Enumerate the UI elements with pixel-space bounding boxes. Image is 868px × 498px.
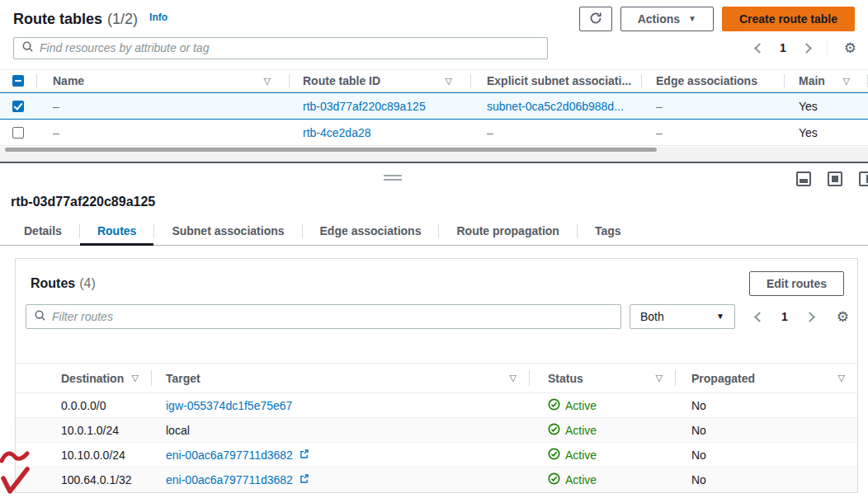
status-ok-icon — [548, 423, 560, 438]
settings-gear-icon[interactable]: ⚙ — [844, 41, 856, 55]
detail-tabs: Details Routes Subnet associations Edge … — [0, 218, 868, 246]
target-link[interactable]: igw-055374dc1f5e75e67 — [166, 399, 292, 412]
select-all-checkbox-indeterminate[interactable] — [12, 75, 24, 87]
route-table-id-link[interactable]: rtb-4ce2da28 — [303, 126, 371, 139]
route-tables-console: Route tables (1/2) Info Actions ▼ Create… — [0, 0, 868, 498]
previous-page-icon[interactable] — [754, 312, 765, 322]
destination-cell: 10.0.1.0/24 — [16, 424, 151, 437]
resource-search-box[interactable] — [13, 37, 548, 59]
panel-layout-right-icon[interactable] — [859, 171, 868, 186]
toolbar-row: 1 ⚙ — [13, 36, 856, 59]
table-row[interactable]: – rtb-4ce2da28 – – Yes — [0, 120, 868, 146]
tab-details[interactable]: Details — [7, 218, 79, 246]
refresh-button[interactable] — [579, 7, 612, 31]
edge-cell: – — [641, 100, 784, 113]
tab-route-propagation[interactable]: Route propagation — [439, 218, 576, 246]
status-ok-icon — [548, 398, 560, 413]
tab-tags[interactable]: Tags — [578, 218, 639, 246]
external-link-icon[interactable] — [299, 473, 309, 486]
column-header-propagated[interactable]: Propagated ▽ — [675, 364, 857, 392]
red-checkmark-annotation-icon — [1, 467, 31, 498]
route-scope-dropdown[interactable]: Both ▼ — [630, 304, 735, 329]
edit-routes-button[interactable]: Edit routes — [749, 271, 844, 296]
next-page-icon[interactable] — [801, 43, 812, 54]
routes-filter-row: Both ▼ 1 ⚙ — [26, 304, 849, 329]
main-cell: Yes — [784, 126, 868, 139]
status-text: Active — [565, 399, 597, 412]
tab-routes[interactable]: Routes — [80, 218, 153, 246]
column-header-name[interactable]: Name ▽ — [36, 70, 289, 92]
row-checkbox-unchecked[interactable] — [12, 127, 24, 139]
select-all-cell[interactable] — [0, 70, 36, 92]
panel-layout-center-icon[interactable] — [828, 171, 842, 186]
routes-card: Routes(4) Edit routes — [15, 258, 858, 493]
top-pagination: 1 ⚙ — [756, 39, 856, 57]
edge-cell: – — [641, 126, 784, 139]
current-page[interactable]: 1 — [780, 41, 786, 54]
subnet-association-cell: – — [470, 126, 641, 139]
caret-down-icon: ▼ — [688, 15, 696, 23]
sort-icon[interactable]: ▽ — [838, 373, 845, 383]
routes-filter-input[interactable] — [52, 310, 613, 323]
route-row: 100.64.0.1/32 eni-00ac6a797711d3682 — [16, 467, 857, 492]
route-row: 10.0.1.0/24 local Active No — [16, 418, 857, 443]
route-tables-table: Name ▽ Route table ID ▽ Explicit subnet … — [0, 69, 868, 146]
table-footer-strip — [0, 153, 868, 162]
destination-cell: 100.64.0.1/32 — [16, 473, 151, 486]
route-row: 10.10.0.0/24 eni-00ac6a797711d3682 — [16, 443, 857, 467]
table-row-selected[interactable]: – rtb-03d77af220c89a125 subnet-0ca5c2d06… — [0, 92, 868, 120]
split-panel-drag-handle-icon[interactable] — [384, 175, 402, 183]
sort-icon[interactable]: ▽ — [132, 373, 139, 383]
row-checkbox-checked[interactable] — [12, 101, 24, 112]
scrollbar-thumb[interactable] — [5, 148, 657, 152]
panel-layout-bottom-icon[interactable] — [796, 171, 811, 186]
status-text: Active — [565, 473, 597, 486]
column-header-target[interactable]: Target ▽ — [151, 364, 529, 392]
column-header-edge-associations[interactable]: Edge associations — [641, 70, 784, 92]
sort-icon[interactable]: ▽ — [656, 373, 663, 383]
propagated-cell: No — [675, 399, 857, 412]
target-link[interactable]: eni-00ac6a797711d3682 — [166, 473, 293, 486]
column-header-route-table-id[interactable]: Route table ID ▽ — [289, 70, 470, 92]
column-header-status[interactable]: Status ▽ — [529, 364, 675, 392]
settings-gear-icon[interactable]: ⚙ — [837, 310, 849, 324]
sort-icon[interactable]: ▽ — [510, 373, 517, 383]
target-text: local — [166, 424, 190, 437]
previous-page-icon[interactable] — [754, 43, 765, 54]
next-page-icon[interactable] — [804, 312, 815, 322]
target-link[interactable]: eni-00ac6a797711d3682 — [166, 449, 293, 462]
resource-search-input[interactable] — [40, 41, 540, 54]
actions-button[interactable]: Actions ▼ — [620, 7, 714, 31]
external-link-icon[interactable] — [299, 449, 309, 462]
route-table-id-link[interactable]: rtb-03d77af220c89a125 — [303, 100, 426, 113]
destination-cell: 0.0.0.0/0 — [16, 399, 151, 412]
sort-icon[interactable]: ▽ — [264, 76, 271, 87]
search-icon — [34, 309, 46, 325]
routes-pagination: 1 ⚙ — [756, 310, 849, 324]
column-header-destination[interactable]: Destination ▽ — [16, 364, 151, 392]
column-header-main[interactable]: Main ▽ — [784, 70, 868, 92]
status-ok-icon — [548, 472, 560, 487]
status-ok-icon — [548, 448, 560, 463]
column-header-explicit-subnet[interactable]: Explicit subnet associati... — [470, 70, 641, 92]
divider — [827, 39, 828, 57]
tab-edge-associations[interactable]: Edge associations — [303, 218, 439, 246]
routes-table-body: 0.0.0.0/0 igw-055374dc1f5e75e67 Active N… — [16, 393, 857, 492]
propagated-cell: No — [675, 424, 857, 437]
horizontal-scrollbar[interactable] — [0, 147, 868, 153]
main-cell: Yes — [784, 100, 868, 113]
sort-icon[interactable]: ▽ — [446, 76, 452, 87]
routes-filter-box[interactable] — [26, 304, 621, 329]
split-panel: rtb-03d77af220c89a125 Details Routes Sub… — [0, 163, 868, 498]
sort-icon[interactable]: ▽ — [843, 76, 850, 87]
page-header: Route tables (1/2) Info Actions ▼ Create… — [13, 5, 855, 33]
route-tables-table-header: Name ▽ Route table ID ▽ Explicit subnet … — [0, 69, 868, 92]
info-link[interactable]: Info — [149, 12, 167, 23]
tab-subnet-associations[interactable]: Subnet associations — [154, 218, 301, 246]
create-route-table-button[interactable]: Create route table — [722, 7, 855, 31]
current-page[interactable]: 1 — [781, 310, 788, 323]
selected-count: (1/2) — [107, 11, 138, 28]
subnet-association-link[interactable]: subnet-0ca5c2d06b988d... — [487, 100, 624, 113]
search-icon — [21, 40, 34, 56]
destination-cell: 10.10.0.0/24 — [16, 449, 151, 462]
